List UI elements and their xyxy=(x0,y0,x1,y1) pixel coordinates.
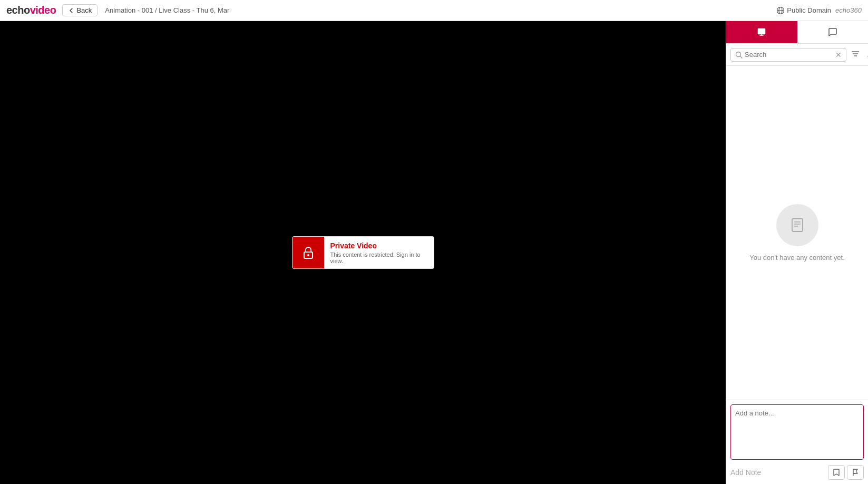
search-clear-button[interactable]: ✕ xyxy=(835,51,842,59)
svg-rect-6 xyxy=(758,28,765,34)
svg-rect-14 xyxy=(792,219,803,231)
note-footer: Add Note xyxy=(730,465,864,480)
download-button[interactable] xyxy=(864,47,868,62)
back-arrow-icon xyxy=(68,7,74,14)
right-panel: ✕ xyxy=(726,21,868,484)
back-button[interactable]: Back xyxy=(62,4,97,16)
lock-icon xyxy=(301,245,316,260)
echo360-logo: echo360 xyxy=(835,6,862,14)
search-input[interactable] xyxy=(745,51,833,59)
private-video-text: Private Video This content is restricted… xyxy=(324,237,434,268)
video-area: Private Video This content is restricted… xyxy=(0,21,726,484)
private-video-card: Private Video This content is restricted… xyxy=(292,236,434,269)
tab-chat[interactable] xyxy=(797,21,869,43)
flag-icon xyxy=(852,468,859,477)
empty-state: You don't have any content yet. xyxy=(749,204,845,262)
svg-point-4 xyxy=(307,254,309,256)
search-input-wrapper[interactable]: ✕ xyxy=(730,48,846,62)
content-placeholder-icon xyxy=(788,216,807,235)
private-video-title: Private Video xyxy=(330,241,427,250)
note-area: Add Note xyxy=(726,400,868,484)
private-video-icon-box xyxy=(292,237,324,268)
filter-button[interactable] xyxy=(849,47,862,62)
flag-icon-button[interactable] xyxy=(847,465,864,480)
note-textarea[interactable] xyxy=(730,404,864,460)
bookmark-icon xyxy=(833,468,840,477)
back-label: Back xyxy=(76,6,92,14)
public-domain-label: Public Domain xyxy=(787,6,831,14)
note-action-icons xyxy=(828,465,864,480)
header: echovideo Back Animation - 001 / Live Cl… xyxy=(0,0,868,21)
slides-icon xyxy=(756,27,767,37)
header-right: Public Domain echo360 xyxy=(776,6,862,15)
logo: echovideo xyxy=(6,4,56,16)
add-note-button[interactable]: Add Note xyxy=(730,468,761,477)
public-domain-badge: Public Domain xyxy=(776,6,831,15)
globe-icon xyxy=(776,6,785,15)
breadcrumb: Animation - 001 / Live Class - Thu 6, Ma… xyxy=(105,6,776,14)
search-icon xyxy=(735,51,743,59)
empty-state-text: You don't have any content yet. xyxy=(749,254,845,262)
empty-icon-circle xyxy=(776,204,818,246)
logo-video: video xyxy=(30,4,56,16)
bookmark-icon-button[interactable] xyxy=(828,465,845,480)
tab-slides[interactable] xyxy=(726,21,797,43)
panel-tabs xyxy=(726,21,868,44)
main-content: Private Video This content is restricted… xyxy=(0,21,868,484)
panel-content: You don't have any content yet. xyxy=(726,66,868,400)
logo-echo: echo xyxy=(6,4,30,16)
chat-icon xyxy=(827,27,838,37)
search-bar: ✕ xyxy=(726,44,868,66)
filter-icon xyxy=(851,49,860,59)
svg-line-10 xyxy=(740,56,743,58)
private-video-desc: This content is restricted. Sign in to v… xyxy=(330,251,427,264)
